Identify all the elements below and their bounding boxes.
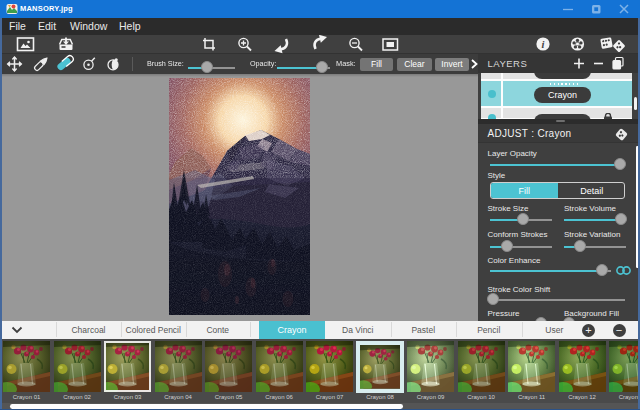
svg-text:i: i (542, 39, 545, 50)
